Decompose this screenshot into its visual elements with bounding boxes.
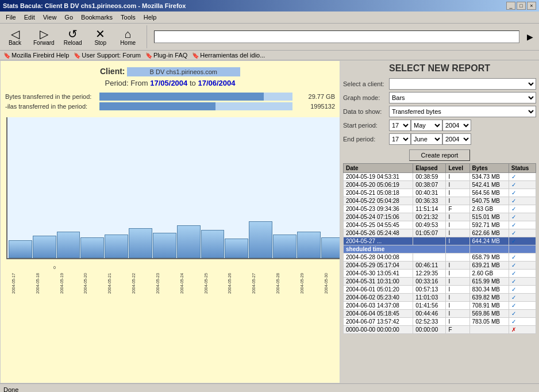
reload-label: Reload (64, 40, 82, 46)
start-year-select[interactable]: 2004 (442, 120, 471, 131)
x-labels-container: 2004-05-172004-05-182004-05-192004-05-20… (7, 259, 340, 298)
end-day-select[interactable]: 17 (389, 133, 411, 145)
stat-label-bytes: Bytes transferred in the period: (5, 93, 97, 100)
menu-go[interactable]: Go (61, 13, 76, 22)
status-ok-icon: ✓ (511, 286, 516, 293)
forward-label: Forward (33, 40, 55, 46)
stop-label: Stop (94, 40, 106, 46)
stats-table: Bytes transferred in the period: 29.77 G… (1, 90, 340, 114)
create-report-button[interactable]: Create report (409, 149, 471, 161)
report-header: Client: B DV chs1.pirineos.com Period: F… (1, 61, 340, 90)
table-cell-status: ✓ (509, 262, 536, 270)
report-title: SELECT NEW REPORT (343, 63, 536, 74)
table-row: 2004-05-26 05:24:48 01:05:07 I 622.66 MB… (344, 229, 536, 237)
table-cell-level: I (446, 197, 469, 205)
menu-edit[interactable]: Edit (21, 13, 38, 22)
table-cell-bytes: 639.21 MB (469, 262, 509, 270)
end-period-label: End period: (343, 136, 389, 143)
bar-9 (225, 239, 248, 258)
reload-button[interactable]: ↺ Reload (61, 27, 84, 47)
table-cell-status: ✓ (509, 310, 536, 318)
table-cell-elapsed: 00:21:32 (413, 213, 446, 221)
end-month-select[interactable]: June May (411, 133, 442, 145)
table-row: 2004-05-23 09:34:36 11:51:14 F 2.63 GB ✓ (344, 205, 536, 213)
chart-area: JobBytes C1440:5900.0 2795091900.0 24454… (1, 114, 340, 310)
menu-help[interactable]: Help (140, 13, 160, 22)
status-ok-icon: ✓ (511, 262, 516, 268)
stop-button[interactable]: ✕ Stop (89, 27, 112, 47)
table-cell-date: 2004-05-29 05:17:04 (344, 262, 413, 270)
form-row-client: Select a client: (343, 78, 536, 90)
bookmark-plugin-faq[interactable]: 🔖 Plug-in FAQ (145, 52, 187, 59)
menu-tools[interactable]: Tools (117, 13, 139, 22)
go-icon: ▶ (527, 33, 533, 41)
start-month-select[interactable]: May June (411, 120, 442, 131)
back-icon: ◁ (11, 28, 20, 40)
table-cell-status (509, 245, 536, 253)
data-to-show-dropdown[interactable]: Transferred bytes Transferred files Job … (389, 106, 536, 117)
bookmark-icon-2: 🔖 (74, 52, 80, 59)
table-cell-date: 2004-06-01 05:01:20 (344, 286, 413, 294)
status-x-icon: ✗ (511, 326, 516, 333)
window-controls[interactable]: _ □ × (506, 2, 536, 10)
address-input[interactable] (154, 30, 519, 43)
table-cell-date: 2004-05-24 07:15:06 (344, 213, 413, 221)
table-cell-date: 2004-06-04 05:18:45 (344, 310, 413, 318)
bar-8 (201, 230, 225, 258)
bookmark-user-support[interactable]: 🔖 User Support: Forum (74, 52, 141, 59)
menu-view[interactable]: View (40, 13, 60, 22)
x-label-1: 2004-05-18 (36, 273, 40, 294)
window-title-bar: Stats Bacula: Client B DV chs1.pirineos.… (0, 0, 539, 11)
main-content: Client: B DV chs1.pirineos.com Period: F… (0, 60, 539, 383)
status-ok-icon: ✓ (511, 190, 516, 196)
back-button[interactable]: ◁ Back (3, 27, 26, 47)
minimize-button[interactable]: _ (506, 2, 515, 10)
select-client-dropdown[interactable] (389, 78, 536, 90)
status-ok-icon: ✓ (511, 222, 516, 228)
close-button[interactable]: × (527, 2, 536, 10)
table-cell-bytes: 783.05 MB (469, 318, 509, 326)
end-year-select[interactable]: 2004 (442, 133, 471, 145)
x-label-7: 2004-05-24 (180, 273, 184, 294)
table-cell-elapsed: 11:51:14 (413, 205, 446, 213)
table-cell-level: F (446, 205, 469, 213)
table-row: 0000-00-00 00:00:00 00:00:00 F ✗ (344, 326, 536, 334)
table-cell-status: ✓ (509, 286, 536, 294)
status-ok-icon: ✓ (511, 310, 516, 317)
table-cell-bytes: 2.60 GB (469, 270, 509, 278)
x-label-8: 2004-05-25 (204, 273, 208, 294)
menu-bookmarks[interactable]: Bookmarks (78, 13, 116, 22)
bookmark-herramientas[interactable]: 🔖 Herramientas del idio... (192, 52, 265, 59)
stat-bar-files (99, 102, 215, 110)
table-cell-bytes: 708.91 MB (469, 302, 509, 310)
table-cell-level: I (446, 310, 469, 318)
table-cell-status: ✗ (509, 326, 536, 334)
table-cell-elapsed: 00:57:13 (413, 286, 446, 294)
table-cell-level: I (446, 278, 469, 286)
bookmark-firebird-help[interactable]: 🔖 Mozilla Firebird Help (3, 52, 69, 59)
bar-2 (57, 232, 80, 258)
table-cell-elapsed: 00:36:33 (413, 197, 446, 205)
home-button[interactable]: ⌂ Home (117, 27, 140, 47)
search-go-button[interactable]: ▶ (524, 32, 536, 42)
table-cell-status: ✓ (509, 221, 536, 229)
start-day-select[interactable]: 17 (389, 120, 411, 131)
stat-label-files: -ilas transferred in the period: (5, 103, 97, 110)
stat-value-files: 1995132 (295, 103, 335, 110)
table-cell-status: ✓ (509, 213, 536, 221)
menu-file[interactable]: File (2, 13, 20, 22)
forward-button[interactable]: ▷ Forward (31, 27, 57, 47)
bookmark-icon-4: 🔖 (192, 52, 199, 59)
maximize-button[interactable]: □ (517, 2, 526, 10)
bar-7 (177, 225, 201, 258)
table-cell-status: ✓ (509, 302, 536, 310)
col-header-bytes: Bytes (469, 164, 509, 173)
bar-11 (273, 235, 297, 258)
graph-mode-dropdown[interactable]: Bars Lines Points (389, 92, 536, 103)
table-scroll[interactable]: Date Elapsed Level Bytes Status 2004-05-… (343, 163, 536, 347)
table-cell-level: I (446, 262, 469, 270)
table-cell-bytes (469, 245, 509, 253)
table-cell-level: I (446, 318, 469, 326)
status-ok-icon: ✓ (511, 294, 516, 301)
client-value: B DV chs1.pirineos.com (127, 67, 240, 76)
